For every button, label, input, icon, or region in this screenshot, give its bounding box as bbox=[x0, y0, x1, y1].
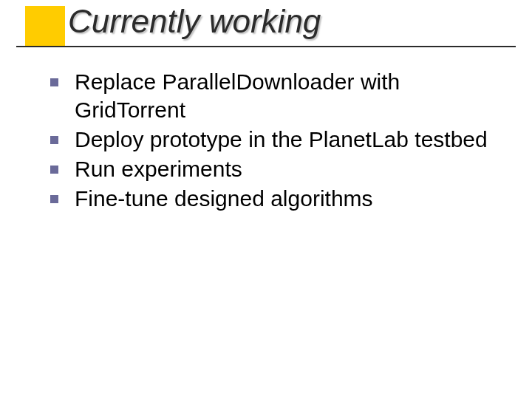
square-bullet-icon bbox=[50, 166, 58, 174]
bullet-list: Replace ParallelDownloader with GridTorr… bbox=[50, 68, 502, 214]
list-item-text: Run experiments bbox=[75, 155, 242, 183]
list-item-text: Replace ParallelDownloader with GridTorr… bbox=[75, 68, 502, 124]
list-item-text: Deploy prototype in the PlanetLab testbe… bbox=[75, 126, 488, 154]
title-underline bbox=[16, 46, 516, 47]
title-accent-box bbox=[25, 6, 65, 46]
list-item: Run experiments bbox=[50, 155, 502, 183]
square-bullet-icon bbox=[50, 78, 58, 86]
square-bullet-icon bbox=[50, 136, 58, 144]
list-item-text: Fine-tune designed algorithms bbox=[75, 185, 373, 213]
slide: Currently working Replace ParallelDownlo… bbox=[0, 0, 532, 399]
list-item: Fine-tune designed algorithms bbox=[50, 185, 502, 213]
list-item: Replace ParallelDownloader with GridTorr… bbox=[50, 68, 502, 124]
list-item: Deploy prototype in the PlanetLab testbe… bbox=[50, 126, 502, 154]
square-bullet-icon bbox=[50, 195, 58, 203]
slide-title: Currently working bbox=[68, 3, 321, 40]
